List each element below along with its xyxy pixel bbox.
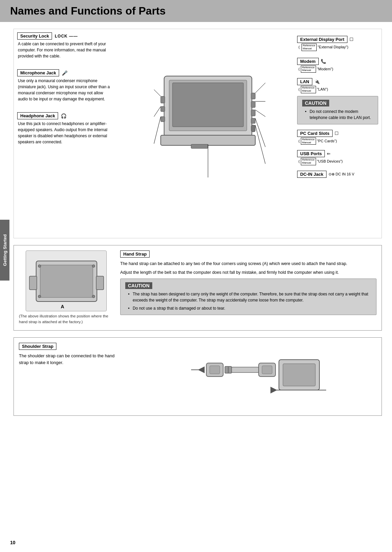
svg-rect-5 (161, 106, 165, 112)
svg-rect-34 (210, 366, 220, 374)
svg-rect-39 (262, 366, 272, 374)
hand-strap-inner: A (The above illustration shows the posi… (19, 250, 376, 325)
lan-icon: 🔌 (314, 79, 320, 84)
svg-rect-9 (251, 110, 255, 116)
headphone-jack-section: Headphone Jack 🎧 Use this jack to connec… (17, 112, 112, 145)
headphone-icon: 🎧 (61, 113, 67, 119)
hand-strap-caution-item-1: The strap has been designed to carry onl… (128, 291, 371, 303)
pc-card-slots-item: PC Card Slots ☐ ( ReferenceManual "PC Ca… (297, 130, 378, 145)
microphone-jack-desc: Use only a monaural condenser microphone… (17, 78, 112, 102)
lan-ref-paren: ( (298, 87, 300, 91)
external-display-ref-arrow: ( (298, 45, 300, 49)
hand-strap-caution-list: The strap has been designed to carry onl… (125, 291, 371, 311)
svg-rect-41 (283, 364, 315, 386)
hand-strap-desc1: The hand strap can be attached to any tw… (120, 260, 376, 267)
external-display-icon: ☐ (349, 37, 354, 42)
svg-rect-10 (251, 118, 255, 123)
hand-strap-section: A (The above illustration shows the posi… (14, 245, 382, 331)
modem-icon: 📞 (321, 59, 326, 64)
usb-ref-text: "USB Devices") (317, 159, 343, 163)
lan-ref-text: "LAN") (317, 87, 328, 91)
shoulder-strap-desc: The shoulder strap can be connected to t… (19, 353, 120, 367)
page-number: 10 (10, 540, 16, 545)
shoulder-strap-inner: Shoulder Strap The shoulder strap can be… (19, 343, 376, 410)
svg-line-18 (255, 110, 265, 117)
svg-rect-3 (161, 135, 255, 145)
external-display-port-item: External Display Port ☐ ( ReferenceManua… (297, 36, 378, 51)
hand-strap-caution-item-2: Do not use a strap that is damaged or ab… (128, 305, 371, 311)
hand-strap-laptop-sketch: A (26, 250, 107, 311)
laptop-diagram (115, 29, 294, 238)
lock-text: LOCK —— (55, 34, 78, 39)
shoulder-strap-title: Shoulder Strap (19, 343, 56, 350)
lan-ref-icon: ReferenceManual (301, 86, 316, 93)
svg-rect-37 (232, 367, 259, 373)
pc-card-slots-label: PC Card Slots (297, 130, 333, 137)
lan-caution-list: Do not connect the modem telephone cable… (302, 109, 373, 121)
lan-caution-box: CAUTION Do not connect the modem telepho… (297, 96, 378, 124)
svg-rect-12 (191, 144, 208, 148)
svg-line-13 (154, 90, 161, 96)
hand-strap-caution-box: CAUTION The strap has been designed to c… (120, 279, 376, 315)
svg-rect-24 (29, 276, 37, 290)
security-lock-label: Security Lock (17, 32, 52, 40)
lan-item: LAN 🔌 ( ReferenceManual "LAN") CAUTION D… (297, 78, 378, 124)
modem-ref-paren: ( (298, 67, 300, 71)
external-display-port-label: External Display Port (297, 36, 347, 43)
pc-card-ref-text: "PC Cards") (317, 139, 337, 143)
shoulder-strap-right (127, 343, 376, 410)
svg-rect-2 (173, 83, 243, 127)
svg-rect-11 (251, 125, 255, 132)
hand-strap-caution-title: CAUTION (125, 282, 152, 289)
left-labels: Security Lock LOCK —— A cable can be con… (14, 29, 115, 238)
svg-point-26 (38, 265, 41, 267)
usb-icon: ⇐ (327, 151, 331, 156)
svg-rect-7 (251, 93, 255, 99)
modem-label: Modem (297, 58, 319, 65)
lan-caution-item-1: Do not connect the modem telephone cable… (305, 109, 373, 121)
usb-ports-label: USB Ports (297, 150, 325, 157)
svg-line-14 (154, 106, 161, 117)
page-container: Names and Functions of Parts Getting Sta… (0, 0, 392, 552)
shoulder-strap-left: Shoulder Strap The shoulder strap can be… (19, 343, 120, 410)
page-title: Names and Functions of Parts (10, 5, 382, 17)
hand-strap-title: Hand Strap (120, 250, 150, 258)
microphone-jack-label: Microphone Jack (17, 69, 59, 76)
svg-rect-6 (161, 117, 165, 122)
svg-point-27 (92, 265, 95, 267)
pc-card-icon: ☐ (335, 131, 339, 136)
modem-ref-text: "Modem") (317, 67, 333, 71)
hand-strap-left: A (The above illustration shows the posi… (19, 250, 113, 325)
svg-line-16 (255, 83, 265, 93)
title-bar: Names and Functions of Parts (0, 0, 392, 22)
lan-label: LAN (297, 78, 312, 85)
headphone-jack-desc: Use this jack to connect headphones or a… (17, 121, 112, 145)
shoulder-strap-section: Shoulder Strap The shoulder strap can be… (14, 337, 382, 416)
headphone-jack-label: Headphone Jack (17, 112, 58, 119)
security-lock-section: Security Lock LOCK —— A cable can be con… (17, 32, 112, 59)
pc-card-ref-paren: ( (298, 139, 300, 143)
lan-caution-title: CAUTION (302, 100, 329, 106)
svg-rect-25 (96, 276, 104, 290)
laptop-svg (144, 49, 265, 218)
hand-strap-svg: A (26, 251, 107, 312)
usb-ref-paren: ( (298, 159, 300, 163)
hand-strap-right: Hand Strap The hand strap can be attache… (120, 250, 376, 325)
security-lock-desc: A cable can be connected to prevent thef… (17, 41, 112, 59)
svg-point-29 (92, 295, 95, 298)
svg-line-15 (154, 117, 161, 144)
dc-in-jack-label: DC-IN Jack (297, 171, 326, 178)
dc-in-jack-item: DC-IN Jack ⊙⊕ DC IN 16 V (297, 171, 378, 178)
dc-in-icon: ⊙⊕ DC IN 16 V (329, 172, 355, 176)
svg-rect-23 (40, 265, 93, 297)
usb-ports-item: USB Ports ⇐ ( ReferenceManual "USB Devic… (297, 150, 378, 165)
shoulder-strap-svg (178, 343, 326, 410)
usb-ref-icon: ReferenceManual (301, 158, 316, 165)
hand-strap-caption: (The above illustration shows the positi… (19, 313, 113, 325)
right-labels: External Display Port ☐ ( ReferenceManua… (294, 29, 382, 238)
modem-item: Modem 📞 ( ReferenceManual "Modem") (297, 58, 378, 73)
top-section: Security Lock LOCK —— A cable can be con… (14, 29, 382, 238)
svg-rect-8 (251, 101, 255, 107)
microphone-icon: 🎤 (62, 70, 68, 76)
svg-text:A: A (61, 304, 64, 309)
